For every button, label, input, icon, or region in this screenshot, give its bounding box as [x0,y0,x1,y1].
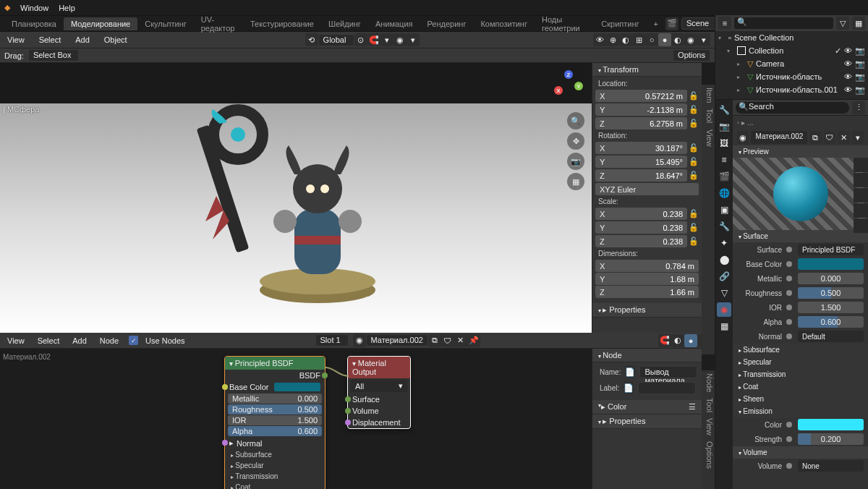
ws-script[interactable]: Скриптинг [594,17,646,30]
link-dot-icon[interactable] [786,290,792,296]
ptab-physics-icon[interactable]: ⬤ [717,252,731,267]
snap-mode-icon[interactable]: ▾ [380,33,393,46]
in-volume[interactable]: Volume [348,405,410,417]
ntab-tool[interactable]: Tool [702,398,714,412]
ws-comp[interactable]: Композитинг [473,17,535,30]
zoom-icon[interactable]: 🔍 [567,112,584,129]
mat-name-field[interactable]: Материал.002 [366,334,428,346]
link-dot-icon[interactable] [786,422,792,428]
color-swatch[interactable] [798,258,864,270]
n-properties-header[interactable]: ▸ Properties [592,303,702,318]
xray-icon[interactable]: ⊞ [632,33,645,46]
node-label-field[interactable] [638,382,696,394]
section-header[interactable]: Subsurface [733,344,868,356]
tree-root[interactable]: ▾▫Scene Collection [715,31,868,44]
nav-gizmo[interactable]: Z X Y [553,70,584,102]
gizmo-x[interactable]: X [554,86,563,95]
render-icon[interactable]: 📷 [855,59,865,69]
lock-icon[interactable]: 🔓 [689,119,699,128]
link-dot-icon[interactable] [786,276,792,281]
node-canvas[interactable]: Материал.002 ▾ Principled BSDF BSDF Base… [0,349,592,489]
label-icon[interactable]: 📄 [624,381,634,394]
ne-select[interactable]: Select [35,335,63,346]
section-header[interactable]: Transmission [733,368,868,380]
node-panel-header[interactable]: Node [592,349,702,362]
loc-y[interactable]: Y-2.1138 m [595,103,687,116]
eye-icon[interactable]: 👁 [844,59,852,69]
options-dropdown[interactable]: Options [673,49,710,61]
eye-icon[interactable]: 👁 [844,85,852,95]
vol-value[interactable]: None [798,460,864,472]
num-slider[interactable]: 1.500 [798,302,864,313]
ws-uv[interactable]: UV-редактор [194,13,243,35]
drag-mode[interactable]: Select Box [28,49,79,61]
dim-y[interactable]: Y1.68 m [595,273,699,285]
lock-icon[interactable]: 🔓 [689,91,699,101]
node-subsection[interactable]: Coat [225,482,325,489]
node-name-field[interactable]: Вывод материала [639,366,697,378]
loc-x[interactable]: X0.57212 m [595,90,687,102]
ntab-item[interactable]: Item [702,88,714,103]
propedit-icon[interactable]: ◉ [393,33,407,46]
ptab-render-icon[interactable]: 📷 [717,119,731,134]
ptab-texture-icon[interactable]: ▦ [717,319,731,333]
link-dot-icon[interactable] [786,305,792,310]
mat-browse-icon[interactable]: ◉ [353,334,366,347]
link-dot-icon[interactable] [786,319,792,325]
mat-menu-icon[interactable]: ▾ [852,131,864,144]
volume-header[interactable]: Volume [733,446,868,459]
orientation-icon[interactable]: ⟲ [305,33,318,46]
in-surface[interactable]: Surface [348,394,410,405]
prop-search[interactable]: 🔍Search [736,102,849,114]
ws-shading[interactable]: Шейдинг [321,17,368,30]
gizmo-toggle-icon[interactable]: ⊕ [606,33,619,46]
in-displacement[interactable]: Displacement [348,417,410,428]
ptab-output-icon[interactable]: 🖼 [717,136,731,150]
overlay-icon[interactable]: ◐ [619,33,632,46]
ws-anim[interactable]: Анимация [368,17,420,30]
move-view-icon[interactable]: ✥ [567,132,584,150]
tree-item[interactable]: ▸▽Camera👁📷 [715,57,868,70]
outliner-search[interactable]: 🔍 [734,17,833,29]
gizmo-y[interactable]: Y [574,82,583,90]
check-icon[interactable]: ✓ [835,46,841,56]
ptab-scene-icon[interactable]: 🎬 [717,169,731,184]
pv-flat-icon[interactable] [854,158,868,172]
new-coll-icon[interactable]: ▦ [852,17,865,30]
visibility-icon[interactable]: 👁 [593,33,606,46]
outliner-mode-icon[interactable]: ≡ [718,17,731,30]
ws-sculpt[interactable]: Скульптинг [137,17,194,30]
ne-node[interactable]: Node [97,335,122,346]
shade-render-icon[interactable]: ◉ [684,33,697,46]
render-icon[interactable]: 📷 [855,72,865,82]
ptab-particle-icon[interactable]: ✦ [717,236,731,250]
scale-y[interactable]: Y0.238 [595,221,687,234]
v3d-select[interactable]: Select [36,34,64,46]
lock-icon[interactable]: 🔓 [689,237,699,246]
v3d-object[interactable]: Object [101,34,130,46]
node-slider[interactable]: Roughness0.500 [228,404,322,414]
lock-icon[interactable]: 🔓 [689,209,699,218]
mat-fake-icon[interactable]: 🛡 [441,334,454,347]
node-props-header[interactable]: ▸ Properties [592,414,702,429]
orientation-mode[interactable]: Global [318,34,354,46]
shade-wire-icon[interactable]: ○ [645,33,658,46]
lock-icon[interactable]: 🔓 [689,171,699,180]
rot-mode[interactable]: XYZ Euler [595,183,699,195]
ws-texture[interactable]: Текстурирование [243,17,321,30]
rot-z[interactable]: Z18.647° [595,169,687,182]
in-normal[interactable]: ▸ Normal [225,437,325,449]
ws-modeling[interactable]: Моделирование [64,17,137,30]
num-slider[interactable]: 0.600 [798,316,864,328]
section-header[interactable]: Coat [733,380,868,393]
persp-toggle-icon[interactable]: ▦ [567,173,584,190]
list-icon[interactable]: ☰ [689,402,696,412]
ne-view[interactable]: View [4,335,27,346]
dim-z[interactable]: Z1.66 m [595,286,699,298]
scene-icon[interactable]: 🎬 [665,17,678,30]
lock-icon[interactable]: 🔓 [689,105,699,114]
lock-icon[interactable]: 🔓 [689,157,699,166]
link-dot-icon[interactable] [786,463,792,469]
ne-ball-icon[interactable]: ● [684,334,697,347]
ptab-material-icon[interactable]: ◉ [717,302,731,317]
